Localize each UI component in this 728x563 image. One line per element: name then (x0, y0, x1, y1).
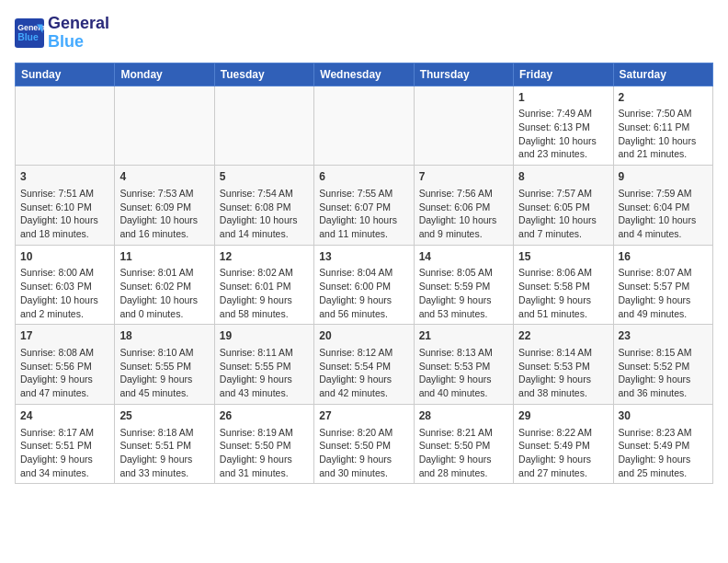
calendar-cell: 29Sunrise: 8:22 AM Sunset: 5:49 PM Dayli… (514, 404, 613, 484)
calendar-cell (414, 86, 513, 166)
weekday-header-sunday: Sunday (16, 63, 115, 86)
calendar-week-5: 24Sunrise: 8:17 AM Sunset: 5:51 PM Dayli… (16, 404, 713, 484)
day-number: 8 (518, 169, 608, 185)
calendar-cell: 22Sunrise: 8:14 AM Sunset: 5:53 PM Dayli… (514, 325, 613, 405)
day-info: Sunrise: 7:57 AM Sunset: 6:05 PM Dayligh… (518, 187, 608, 241)
weekday-header-thursday: Thursday (414, 63, 513, 86)
calendar-cell: 18Sunrise: 8:10 AM Sunset: 5:55 PM Dayli… (115, 325, 214, 405)
calendar-week-2: 3Sunrise: 7:51 AM Sunset: 6:10 PM Daylig… (16, 166, 713, 246)
day-info: Sunrise: 7:59 AM Sunset: 6:04 PM Dayligh… (619, 187, 708, 241)
day-number: 12 (220, 249, 309, 265)
calendar-cell: 10Sunrise: 8:00 AM Sunset: 6:03 PM Dayli… (16, 245, 115, 325)
day-info: Sunrise: 8:13 AM Sunset: 5:53 PM Dayligh… (419, 346, 508, 400)
calendar-table: SundayMondayTuesdayWednesdayThursdayFrid… (15, 63, 713, 485)
day-number: 2 (619, 90, 708, 106)
calendar-cell (16, 86, 115, 166)
day-number: 1 (518, 90, 608, 106)
day-info: Sunrise: 7:49 AM Sunset: 6:13 PM Dayligh… (518, 107, 608, 161)
calendar-cell: 11Sunrise: 8:01 AM Sunset: 6:02 PM Dayli… (115, 245, 214, 325)
calendar-cell: 15Sunrise: 8:06 AM Sunset: 5:58 PM Dayli… (514, 245, 613, 325)
day-number: 9 (619, 169, 708, 185)
calendar-cell: 26Sunrise: 8:19 AM Sunset: 5:50 PM Dayli… (214, 404, 313, 484)
day-number: 23 (619, 328, 708, 344)
calendar-cell: 5Sunrise: 7:54 AM Sunset: 6:08 PM Daylig… (214, 166, 313, 246)
calendar-cell: 1Sunrise: 7:49 AM Sunset: 6:13 PM Daylig… (514, 86, 613, 166)
calendar-cell: 25Sunrise: 8:18 AM Sunset: 5:51 PM Dayli… (115, 404, 214, 484)
calendar-cell: 27Sunrise: 8:20 AM Sunset: 5:50 PM Dayli… (314, 404, 414, 484)
day-number: 18 (119, 328, 209, 344)
day-number: 26 (220, 408, 309, 424)
logo-icon: General Blue (15, 18, 44, 48)
calendar-week-3: 10Sunrise: 8:00 AM Sunset: 6:03 PM Dayli… (16, 245, 713, 325)
calendar-cell: 28Sunrise: 8:21 AM Sunset: 5:50 PM Dayli… (414, 404, 513, 484)
calendar-week-4: 17Sunrise: 8:08 AM Sunset: 5:56 PM Dayli… (16, 325, 713, 405)
day-number: 17 (20, 328, 109, 344)
day-info: Sunrise: 8:08 AM Sunset: 5:56 PM Dayligh… (20, 346, 109, 400)
calendar-cell: 9Sunrise: 7:59 AM Sunset: 6:04 PM Daylig… (613, 166, 712, 246)
calendar-cell: 7Sunrise: 7:56 AM Sunset: 6:06 PM Daylig… (414, 166, 513, 246)
calendar-cell: 12Sunrise: 8:02 AM Sunset: 6:01 PM Dayli… (214, 245, 313, 325)
day-info: Sunrise: 7:54 AM Sunset: 6:08 PM Dayligh… (220, 187, 309, 241)
day-info: Sunrise: 7:55 AM Sunset: 6:07 PM Dayligh… (319, 187, 408, 241)
day-number: 19 (220, 328, 309, 344)
day-number: 15 (518, 249, 608, 265)
logo-text-blue: Blue (48, 33, 109, 52)
day-number: 30 (619, 408, 708, 424)
day-info: Sunrise: 8:00 AM Sunset: 6:03 PM Dayligh… (20, 266, 109, 320)
day-number: 21 (419, 328, 508, 344)
calendar-cell: 21Sunrise: 8:13 AM Sunset: 5:53 PM Dayli… (414, 325, 513, 405)
day-number: 16 (619, 249, 708, 265)
day-number: 20 (319, 328, 408, 344)
day-number: 27 (319, 408, 408, 424)
calendar-cell: 4Sunrise: 7:53 AM Sunset: 6:09 PM Daylig… (115, 166, 214, 246)
day-number: 24 (20, 408, 109, 424)
day-info: Sunrise: 8:21 AM Sunset: 5:50 PM Dayligh… (419, 426, 508, 480)
svg-text:Blue: Blue (17, 32, 39, 42)
day-info: Sunrise: 8:22 AM Sunset: 5:49 PM Dayligh… (518, 426, 608, 480)
day-info: Sunrise: 7:56 AM Sunset: 6:06 PM Dayligh… (419, 187, 508, 241)
day-info: Sunrise: 8:15 AM Sunset: 5:52 PM Dayligh… (619, 346, 708, 400)
calendar-cell: 20Sunrise: 8:12 AM Sunset: 5:54 PM Dayli… (314, 325, 414, 405)
day-number: 14 (419, 249, 508, 265)
calendar-cell: 19Sunrise: 8:11 AM Sunset: 5:55 PM Dayli… (214, 325, 313, 405)
calendar-cell: 24Sunrise: 8:17 AM Sunset: 5:51 PM Dayli… (16, 404, 115, 484)
calendar-week-1: 1Sunrise: 7:49 AM Sunset: 6:13 PM Daylig… (16, 86, 713, 166)
calendar-cell: 2Sunrise: 7:50 AM Sunset: 6:11 PM Daylig… (613, 86, 712, 166)
logo-text: General (48, 15, 109, 33)
day-info: Sunrise: 8:07 AM Sunset: 5:57 PM Dayligh… (619, 266, 708, 320)
day-number: 29 (518, 408, 608, 424)
day-info: Sunrise: 8:20 AM Sunset: 5:50 PM Dayligh… (319, 426, 408, 480)
day-number: 10 (20, 249, 109, 265)
day-info: Sunrise: 7:50 AM Sunset: 6:11 PM Dayligh… (619, 107, 708, 161)
day-info: Sunrise: 8:10 AM Sunset: 5:55 PM Dayligh… (119, 346, 209, 400)
day-info: Sunrise: 8:06 AM Sunset: 5:58 PM Dayligh… (518, 266, 608, 320)
weekday-header-friday: Friday (514, 63, 613, 86)
day-info: Sunrise: 8:02 AM Sunset: 6:01 PM Dayligh… (220, 266, 309, 320)
day-info: Sunrise: 8:14 AM Sunset: 5:53 PM Dayligh… (518, 346, 608, 400)
weekday-header-saturday: Saturday (613, 63, 712, 86)
day-info: Sunrise: 7:51 AM Sunset: 6:10 PM Dayligh… (20, 187, 109, 241)
calendar-cell: 13Sunrise: 8:04 AM Sunset: 6:00 PM Dayli… (314, 245, 414, 325)
calendar-header-row: SundayMondayTuesdayWednesdayThursdayFrid… (16, 63, 713, 86)
day-info: Sunrise: 8:23 AM Sunset: 5:49 PM Dayligh… (619, 426, 708, 480)
day-number: 5 (220, 169, 309, 185)
day-number: 13 (319, 249, 408, 265)
day-info: Sunrise: 8:04 AM Sunset: 6:00 PM Dayligh… (319, 266, 408, 320)
calendar-cell: 3Sunrise: 7:51 AM Sunset: 6:10 PM Daylig… (16, 166, 115, 246)
day-info: Sunrise: 7:53 AM Sunset: 6:09 PM Dayligh… (119, 187, 209, 241)
calendar-cell: 16Sunrise: 8:07 AM Sunset: 5:57 PM Dayli… (613, 245, 712, 325)
day-info: Sunrise: 8:18 AM Sunset: 5:51 PM Dayligh… (119, 426, 209, 480)
weekday-header-wednesday: Wednesday (314, 63, 414, 86)
logo: General Blue General Blue (15, 15, 109, 52)
calendar-cell (214, 86, 313, 166)
calendar-cell: 8Sunrise: 7:57 AM Sunset: 6:05 PM Daylig… (514, 166, 613, 246)
day-info: Sunrise: 8:01 AM Sunset: 6:02 PM Dayligh… (119, 266, 209, 320)
day-number: 28 (419, 408, 508, 424)
calendar-cell: 23Sunrise: 8:15 AM Sunset: 5:52 PM Dayli… (613, 325, 712, 405)
day-info: Sunrise: 8:19 AM Sunset: 5:50 PM Dayligh… (220, 426, 309, 480)
day-number: 22 (518, 328, 608, 344)
day-info: Sunrise: 8:11 AM Sunset: 5:55 PM Dayligh… (220, 346, 309, 400)
day-info: Sunrise: 8:17 AM Sunset: 5:51 PM Dayligh… (20, 426, 109, 480)
calendar-cell: 17Sunrise: 8:08 AM Sunset: 5:56 PM Dayli… (16, 325, 115, 405)
calendar-cell: 14Sunrise: 8:05 AM Sunset: 5:59 PM Dayli… (414, 245, 513, 325)
